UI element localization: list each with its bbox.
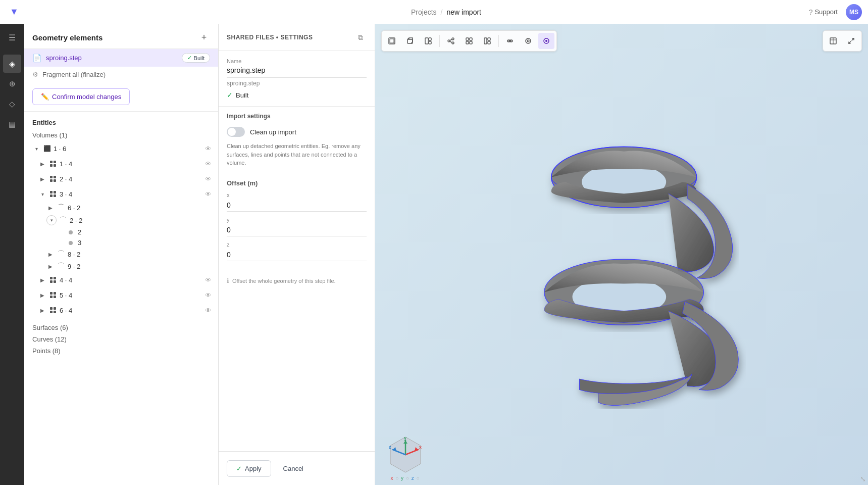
sidebar-item-shapes[interactable]: ◇ — [3, 95, 21, 113]
svg-line-9 — [450, 39, 452, 40]
tree-row[interactable]: ▶ 5 · 4 👁 — [24, 287, 218, 303]
node-view-button[interactable] — [443, 33, 459, 49]
tree-toggle[interactable]: ▶ — [38, 306, 46, 314]
cancel-button[interactable]: Cancel — [276, 460, 311, 477]
tree-row[interactable]: ▶ ⌒ 6 · 2 — [24, 202, 218, 214]
import-settings-label: Import settings — [219, 107, 375, 124]
points-label: Points (8) — [24, 345, 218, 357]
visibility-toggle[interactable]: 👁 — [202, 188, 214, 200]
grid-view2-button[interactable] — [479, 33, 495, 49]
file-item[interactable]: 📄 sproing.step ✓ Built — [24, 49, 218, 67]
name-field-value: sproing.step — [227, 66, 367, 78]
curve-icon: ⌒ — [57, 262, 66, 271]
svg-text:z: z — [389, 445, 391, 450]
resize-handle[interactable]: ⤡ — [860, 475, 866, 483]
sidebar-item-layers[interactable]: ⊕ — [3, 75, 21, 93]
dot-indicator — [69, 230, 73, 234]
tree-row[interactable]: ▾ ⌒ 2 · 2 — [24, 214, 218, 227]
user-avatar[interactable]: MS — [846, 4, 862, 20]
svg-point-21 — [527, 40, 529, 42]
dot-indicator — [69, 241, 73, 245]
tree-toggle[interactable]: ▶ — [38, 291, 46, 299]
action-row: ✓ Apply Cancel — [219, 452, 375, 485]
active-view-button[interactable] — [538, 33, 554, 49]
table-view-button[interactable] — [825, 33, 841, 49]
info-icon: ℹ — [227, 277, 229, 284]
tree-row[interactable]: 2 — [24, 227, 218, 237]
visibility-toggle[interactable]: 👁 — [202, 304, 214, 316]
tree-row[interactable]: ▶ 4 · 4 👁 — [24, 272, 218, 287]
tree-row[interactable]: 3 — [24, 237, 218, 248]
viewport-toolbar — [381, 30, 557, 52]
svg-rect-16 — [488, 38, 490, 40]
sidebar-item-geometry[interactable]: ◈ — [3, 55, 21, 73]
offset-z-input[interactable] — [227, 249, 367, 261]
svg-rect-13 — [466, 41, 469, 44]
offset-y-input[interactable] — [227, 224, 367, 236]
tree-toggle[interactable]: ▶ — [46, 250, 55, 258]
tree-row[interactable]: ▶ 6 · 4 👁 — [24, 303, 218, 318]
cube-icon: ⬛ — [42, 144, 52, 153]
confirm-model-changes-button[interactable]: ✏️ Confirm model changes — [32, 88, 130, 105]
tree-row[interactable]: ▶ ⌒ 8 · 2 — [24, 248, 218, 260]
box-view-button[interactable] — [402, 33, 418, 49]
curves-label: Curves (12) — [24, 333, 218, 345]
grid-view-button[interactable] — [461, 33, 477, 49]
tree-toggle[interactable]: ▾ — [32, 144, 40, 153]
tree-toggle[interactable]: ▶ — [38, 276, 46, 284]
visibility-toggle[interactable]: 👁 — [202, 142, 214, 155]
sidebar-item-menu[interactable]: ☰ — [3, 28, 21, 46]
sidebar-item-list[interactable]: ▤ — [3, 115, 21, 133]
apply-button[interactable]: ✓ Apply — [227, 460, 271, 477]
add-element-button[interactable]: + — [198, 31, 210, 43]
volumes-label: Volumes (1) — [24, 129, 218, 141]
svg-text:x: x — [419, 445, 422, 450]
offset-y-field: y — [227, 217, 367, 236]
nav-current: new import — [447, 8, 481, 16]
offset-z-field: z — [227, 241, 367, 261]
svg-point-6 — [448, 40, 450, 42]
tree-row[interactable]: ▶ 2 · 4 👁 — [24, 171, 218, 186]
offset-hint: ℹ Offset the whole geometry of this step… — [219, 273, 375, 288]
circle-view-button[interactable] — [520, 33, 536, 49]
offset-y-label: y — [227, 217, 367, 223]
support-label[interactable]: Support — [814, 8, 838, 16]
nav-separator: / — [441, 8, 443, 16]
tree-toggle[interactable]: ▶ — [38, 160, 46, 168]
file-icon: 📄 — [32, 54, 42, 63]
tree-toggle[interactable]: ▶ — [46, 262, 55, 270]
offset-x-field: x — [227, 192, 367, 212]
svg-rect-14 — [470, 41, 472, 44]
offset-x-input[interactable] — [227, 199, 367, 212]
perspective-view-button[interactable] — [384, 33, 400, 49]
nav-projects[interactable]: Projects — [411, 8, 437, 16]
curve-icon: ⌒ — [57, 203, 66, 212]
split-view-button[interactable] — [420, 33, 436, 49]
grid-icon — [48, 306, 58, 315]
offset-x-label: x — [227, 192, 367, 198]
tree-row[interactable]: ▾ ⬛ 1 · 6 👁 — [24, 141, 218, 156]
tree-toggle[interactable]: ▶ — [38, 175, 46, 183]
fragment-all-item[interactable]: ⚙ Fragment all (finalize) — [24, 67, 218, 82]
tree-toggle[interactable]: ▶ — [46, 204, 55, 212]
grid-icon — [48, 189, 58, 199]
visibility-toggle[interactable]: 👁 — [202, 274, 214, 286]
tree-toggle[interactable]: ▾ — [38, 190, 46, 198]
grid-icon — [48, 159, 58, 168]
tree-row[interactable]: ▾ 3 · 4 👁 — [24, 186, 218, 202]
cleanup-description: Clean up detached geometric entities. Eg… — [219, 142, 375, 172]
visibility-toggle[interactable]: 👁 — [202, 173, 214, 185]
tree-row[interactable]: ▶ ⌒ 9 · 2 — [24, 260, 218, 272]
entities-label: Entities — [24, 117, 218, 129]
expand-button[interactable] — [843, 33, 859, 49]
cleanup-toggle[interactable] — [227, 127, 245, 137]
visibility-toggle[interactable]: 👁 — [202, 158, 214, 170]
link-view-button[interactable] — [502, 33, 518, 49]
svg-rect-11 — [466, 38, 469, 40]
visibility-toggle[interactable]: 👁 — [202, 289, 214, 301]
name-section: Name sproing.step sproing.step ✓ Built — [219, 51, 375, 107]
svg-point-23 — [545, 40, 547, 42]
tree-toggle-circle[interactable]: ▾ — [46, 215, 57, 225]
tree-row[interactable]: ▶ 1 · 4 👁 — [24, 156, 218, 171]
copy-icon[interactable]: ⧉ — [354, 31, 367, 43]
